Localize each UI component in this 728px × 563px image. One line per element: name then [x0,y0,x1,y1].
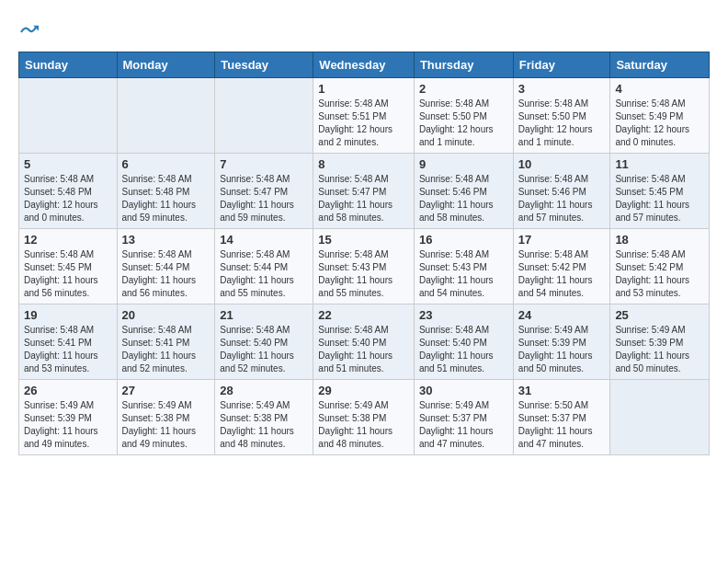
weekday-header-friday: Friday [513,52,610,78]
calendar-week-1: 1Sunrise: 5:48 AM Sunset: 5:51 PM Daylig… [19,78,710,154]
day-info: Sunrise: 5:49 AM Sunset: 5:38 PM Dayligh… [220,399,308,451]
calendar-cell: 12Sunrise: 5:48 AM Sunset: 5:45 PM Dayli… [19,229,118,304]
day-number: 13 [122,233,210,247]
calendar-cell: 15Sunrise: 5:48 AM Sunset: 5:43 PM Dayli… [313,229,415,304]
day-info: Sunrise: 5:49 AM Sunset: 5:39 PM Dayligh… [518,324,606,375]
calendar-cell: 13Sunrise: 5:48 AM Sunset: 5:44 PM Dayli… [117,229,215,304]
calendar-cell: 5Sunrise: 5:48 AM Sunset: 5:48 PM Daylig… [19,154,118,229]
day-number: 27 [122,384,210,397]
day-number: 7 [220,157,308,171]
day-number: 23 [419,308,508,322]
calendar-cell: 21Sunrise: 5:48 AM Sunset: 5:40 PM Dayli… [215,304,313,380]
day-number: 26 [24,384,112,397]
calendar-cell: 27Sunrise: 5:49 AM Sunset: 5:38 PM Dayli… [117,380,215,455]
day-info: Sunrise: 5:48 AM Sunset: 5:48 PM Dayligh… [24,173,112,224]
day-number: 5 [24,157,112,171]
calendar-cell: 6Sunrise: 5:48 AM Sunset: 5:48 PM Daylig… [117,154,215,229]
day-info: Sunrise: 5:49 AM Sunset: 5:39 PM Dayligh… [24,399,112,451]
day-number: 22 [318,308,409,322]
calendar-cell [19,78,118,154]
calendar-cell: 8Sunrise: 5:48 AM Sunset: 5:47 PM Daylig… [313,154,415,229]
day-number: 30 [419,384,508,397]
day-number: 28 [220,384,308,397]
day-number: 21 [220,308,308,322]
day-info: Sunrise: 5:49 AM Sunset: 5:38 PM Dayligh… [318,399,409,451]
day-number: 17 [518,233,606,247]
day-info: Sunrise: 5:48 AM Sunset: 5:43 PM Dayligh… [318,248,409,300]
day-info: Sunrise: 5:48 AM Sunset: 5:46 PM Dayligh… [419,173,508,224]
calendar-cell [610,380,710,455]
day-info: Sunrise: 5:48 AM Sunset: 5:45 PM Dayligh… [615,173,704,224]
calendar-cell: 3Sunrise: 5:48 AM Sunset: 5:50 PM Daylig… [513,78,610,154]
weekday-header-tuesday: Tuesday [215,52,313,78]
day-number: 11 [615,157,704,171]
day-number: 4 [615,82,704,96]
calendar-cell: 10Sunrise: 5:48 AM Sunset: 5:46 PM Dayli… [513,154,610,229]
day-info: Sunrise: 5:48 AM Sunset: 5:48 PM Dayligh… [122,173,210,224]
day-info: Sunrise: 5:48 AM Sunset: 5:50 PM Dayligh… [518,98,606,149]
calendar-cell: 23Sunrise: 5:48 AM Sunset: 5:40 PM Dayli… [414,304,513,380]
calendar-cell: 20Sunrise: 5:48 AM Sunset: 5:41 PM Dayli… [117,304,215,380]
calendar-cell [117,78,215,154]
day-number: 1 [318,82,409,96]
day-info: Sunrise: 5:49 AM Sunset: 5:38 PM Dayligh… [122,399,210,451]
weekday-header-monday: Monday [117,52,215,78]
calendar-header-row: SundayMondayTuesdayWednesdayThursdayFrid… [19,52,710,78]
calendar-cell: 17Sunrise: 5:48 AM Sunset: 5:42 PM Dayli… [513,229,610,304]
day-info: Sunrise: 5:48 AM Sunset: 5:45 PM Dayligh… [24,248,112,300]
day-number: 19 [24,308,112,322]
calendar-cell: 22Sunrise: 5:48 AM Sunset: 5:40 PM Dayli… [313,304,415,380]
day-number: 3 [518,82,606,96]
weekday-header-thursday: Thursday [414,52,513,78]
day-number: 16 [419,233,508,247]
day-number: 10 [518,157,606,171]
day-info: Sunrise: 5:48 AM Sunset: 5:47 PM Dayligh… [220,173,308,224]
calendar-week-3: 12Sunrise: 5:48 AM Sunset: 5:45 PM Dayli… [19,229,710,304]
day-info: Sunrise: 5:48 AM Sunset: 5:51 PM Dayligh… [318,98,409,149]
day-number: 18 [615,233,704,247]
weekday-header-wednesday: Wednesday [313,52,415,78]
calendar-cell [215,78,313,154]
calendar-cell: 4Sunrise: 5:48 AM Sunset: 5:49 PM Daylig… [610,78,710,154]
day-info: Sunrise: 5:48 AM Sunset: 5:42 PM Dayligh… [615,248,704,300]
calendar-cell: 29Sunrise: 5:49 AM Sunset: 5:38 PM Dayli… [313,380,415,455]
calendar-cell: 16Sunrise: 5:48 AM Sunset: 5:43 PM Dayli… [414,229,513,304]
day-info: Sunrise: 5:48 AM Sunset: 5:40 PM Dayligh… [419,324,508,375]
calendar-cell: 9Sunrise: 5:48 AM Sunset: 5:46 PM Daylig… [414,154,513,229]
day-number: 9 [419,157,508,171]
calendar-cell: 2Sunrise: 5:48 AM Sunset: 5:50 PM Daylig… [414,78,513,154]
weekday-header-saturday: Saturday [610,52,710,78]
day-number: 14 [220,233,308,247]
weekday-header-sunday: Sunday [19,52,118,78]
day-number: 12 [24,233,112,247]
day-number: 31 [518,384,606,397]
day-number: 2 [419,82,508,96]
day-info: Sunrise: 5:48 AM Sunset: 5:49 PM Dayligh… [615,98,704,149]
day-info: Sunrise: 5:48 AM Sunset: 5:41 PM Dayligh… [24,324,112,375]
day-number: 25 [615,308,704,322]
logo-icon [18,22,39,42]
calendar-cell: 1Sunrise: 5:48 AM Sunset: 5:51 PM Daylig… [313,78,415,154]
calendar-cell: 11Sunrise: 5:48 AM Sunset: 5:45 PM Dayli… [610,154,710,229]
calendar-cell: 19Sunrise: 5:48 AM Sunset: 5:41 PM Dayli… [19,304,118,380]
day-number: 15 [318,233,409,247]
calendar-week-5: 26Sunrise: 5:49 AM Sunset: 5:39 PM Dayli… [19,380,710,455]
calendar-cell: 28Sunrise: 5:49 AM Sunset: 5:38 PM Dayli… [215,380,313,455]
day-number: 29 [318,384,409,397]
day-info: Sunrise: 5:48 AM Sunset: 5:44 PM Dayligh… [122,248,210,300]
calendar-cell: 7Sunrise: 5:48 AM Sunset: 5:47 PM Daylig… [215,154,313,229]
day-info: Sunrise: 5:48 AM Sunset: 5:41 PM Dayligh… [122,324,210,375]
day-info: Sunrise: 5:48 AM Sunset: 5:42 PM Dayligh… [518,248,606,300]
day-number: 20 [122,308,210,322]
day-info: Sunrise: 5:48 AM Sunset: 5:47 PM Dayligh… [318,173,409,224]
day-info: Sunrise: 5:48 AM Sunset: 5:46 PM Dayligh… [518,173,606,224]
calendar-cell: 18Sunrise: 5:48 AM Sunset: 5:42 PM Dayli… [610,229,710,304]
day-info: Sunrise: 5:48 AM Sunset: 5:50 PM Dayligh… [419,98,508,149]
day-info: Sunrise: 5:48 AM Sunset: 5:44 PM Dayligh… [220,248,308,300]
day-info: Sunrise: 5:48 AM Sunset: 5:40 PM Dayligh… [220,324,308,375]
calendar-cell: 30Sunrise: 5:49 AM Sunset: 5:37 PM Dayli… [414,380,513,455]
day-number: 24 [518,308,606,322]
logo [18,22,46,42]
calendar-cell: 24Sunrise: 5:49 AM Sunset: 5:39 PM Dayli… [513,304,610,380]
day-info: Sunrise: 5:48 AM Sunset: 5:40 PM Dayligh… [318,324,409,375]
